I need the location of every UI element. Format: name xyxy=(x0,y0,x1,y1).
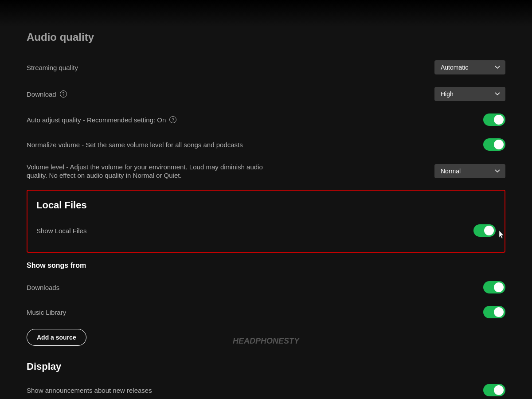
show-local-files-label: Show Local Files xyxy=(36,227,86,235)
normalize-volume-row: Normalize volume - Set the same volume l… xyxy=(27,132,505,157)
normalize-volume-label: Normalize volume - Set the same volume l… xyxy=(27,141,243,149)
new-releases-row: Show announcements about new releases xyxy=(27,378,505,399)
downloads-toggle[interactable] xyxy=(483,281,505,293)
downloads-label: Downloads xyxy=(27,284,59,291)
new-releases-label: Show announcements about new releases xyxy=(27,387,152,394)
volume-level-select[interactable]: Normal Quiet Loud xyxy=(434,164,505,178)
normalize-volume-toggle[interactable] xyxy=(483,138,505,151)
streaming-quality-label: Streaming quality xyxy=(27,64,78,71)
show-local-files-row: Show Local Files xyxy=(36,218,496,243)
display-section-title: Display xyxy=(27,361,505,372)
local-files-section: Local Files Show Local Files xyxy=(27,190,505,253)
streaming-quality-select[interactable]: Automatic Low Normal High Very High xyxy=(434,60,505,74)
audio-quality-title: Audio quality xyxy=(27,31,505,43)
volume-level-row: Volume level - Adjust the volume for you… xyxy=(27,157,505,185)
auto-adjust-row: Auto adjust quality - Recommended settin… xyxy=(27,107,505,132)
cursor-icon xyxy=(497,231,505,240)
auto-adjust-help-icon[interactable]: ? xyxy=(169,116,176,123)
new-releases-toggle[interactable] xyxy=(483,384,505,396)
downloads-row: Downloads xyxy=(27,275,505,300)
add-source-button[interactable]: Add a source xyxy=(27,329,86,346)
watermark-text: HEADPHONESTY xyxy=(233,336,299,346)
download-quality-row: Download ? High Low Normal Very High xyxy=(27,81,505,107)
show-songs-from-title: Show songs from xyxy=(27,262,505,270)
auto-adjust-label: Auto adjust quality - Recommended settin… xyxy=(27,116,176,124)
download-help-icon[interactable]: ? xyxy=(60,90,67,98)
music-library-label: Music Library xyxy=(27,309,66,316)
music-library-row: Music Library xyxy=(27,300,505,325)
show-local-files-toggle[interactable] xyxy=(473,224,496,237)
volume-level-label: Volume level - Adjust the volume for you… xyxy=(27,163,263,179)
local-files-title: Local Files xyxy=(36,200,496,211)
music-library-toggle[interactable] xyxy=(483,306,505,318)
auto-adjust-toggle[interactable] xyxy=(483,113,505,126)
download-quality-select[interactable]: High Low Normal Very High xyxy=(434,87,505,101)
streaming-quality-row: Streaming quality Automatic Low Normal H… xyxy=(27,54,505,81)
download-quality-label: Download ? xyxy=(27,90,67,98)
